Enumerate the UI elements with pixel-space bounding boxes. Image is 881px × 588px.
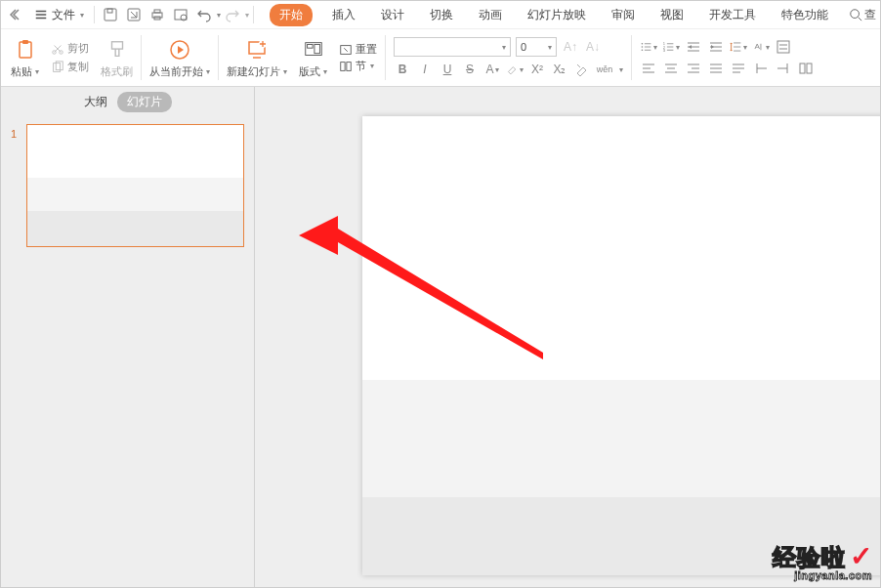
chevron-down-icon: ▾	[283, 67, 287, 76]
tab-transition[interactable]: 切换	[424, 3, 459, 27]
svg-point-8	[851, 10, 860, 19]
new-slide-button[interactable]: 新建幻灯片▾	[221, 31, 293, 84]
pinyin-button[interactable]: wěn	[596, 61, 613, 78]
decrease-indent-button[interactable]	[685, 38, 702, 56]
open-icon[interactable]	[125, 6, 143, 23]
superscript-button[interactable]: X²	[528, 61, 546, 78]
paste-icon	[13, 37, 38, 63]
align-text-button[interactable]	[775, 38, 792, 56]
slide-panel: 大纲 幻灯片 1	[1, 87, 255, 587]
collapse-icon[interactable]	[8, 6, 25, 23]
tab-devtools[interactable]: 开发工具	[703, 3, 762, 27]
layout-label: 版式	[299, 64, 320, 79]
paste-group[interactable]: 粘贴▾	[5, 31, 45, 84]
file-menu[interactable]: 文件 ▾	[28, 7, 90, 23]
increase-indent-button[interactable]	[707, 38, 725, 56]
bold-button[interactable]: B	[394, 61, 411, 78]
menu-tabs: 开始 插入 设计 切换 动画 幻灯片放映 审阅 视图 开发工具 特色功能	[270, 3, 834, 27]
svg-rect-32	[777, 41, 789, 53]
underline-button[interactable]: U	[439, 61, 456, 78]
slide-thumbnail-1[interactable]: 1	[1, 116, 254, 255]
preview-icon[interactable]	[172, 6, 189, 23]
separator	[385, 35, 386, 80]
decrease-font-icon[interactable]: A↓	[584, 38, 602, 56]
content-area: 大纲 幻灯片 1	[1, 87, 880, 587]
font-color-button[interactable]: A▾	[483, 61, 501, 78]
undo-icon[interactable]	[195, 6, 213, 23]
new-slide-icon	[244, 37, 270, 63]
svg-rect-33	[800, 63, 805, 73]
layout-button[interactable]: 版式▾	[293, 31, 333, 84]
font-family-combo[interactable]: ▾	[394, 37, 511, 57]
reset-button[interactable]: 重置	[339, 42, 377, 57]
svg-rect-1	[107, 9, 112, 13]
align-center-button[interactable]	[662, 60, 680, 77]
svg-text:A: A	[754, 42, 760, 51]
tab-design[interactable]: 设计	[375, 3, 410, 27]
svg-point-26	[642, 46, 644, 48]
tab-special[interactable]: 特色功能	[776, 3, 834, 27]
tab-slideshow[interactable]: 幻灯片放映	[522, 3, 592, 27]
redo-icon[interactable]	[224, 6, 241, 23]
menubar: 文件 ▾ ▾ ▾ 开始 插入 设计 切换 动画 幻灯片放映 审阅 视图 开发工具…	[1, 1, 880, 28]
reset-label: 重置	[356, 42, 377, 57]
indent-left-button[interactable]	[752, 60, 770, 77]
numbering-button[interactable]: 123▾	[662, 38, 680, 56]
chevron-down-icon: ▾	[206, 67, 210, 76]
svg-rect-23	[341, 62, 345, 70]
tab-animation[interactable]: 动画	[473, 3, 508, 27]
tab-review[interactable]: 审阅	[606, 3, 641, 27]
line-spacing-button[interactable]: ▾	[730, 38, 747, 56]
from-current-button[interactable]: 从当前开始▾	[144, 31, 216, 84]
align-right-button[interactable]	[685, 60, 702, 77]
italic-button[interactable]: I	[416, 61, 434, 78]
sidebar-tab-outline[interactable]: 大纲	[84, 94, 107, 110]
indent-right-button[interactable]	[775, 60, 792, 77]
watermark: 经验啦✓ jingyanla.com	[773, 543, 872, 581]
svg-rect-24	[347, 62, 351, 70]
search-area[interactable]: 查	[849, 7, 876, 23]
new-slide-label: 新建幻灯片	[227, 64, 280, 79]
file-label: 文件	[52, 7, 75, 23]
highlight-button[interactable]: ▾	[506, 61, 524, 78]
section-button[interactable]: 节▾	[339, 59, 377, 73]
clear-format-button[interactable]	[573, 61, 591, 78]
svg-rect-21	[314, 44, 319, 53]
svg-text:3: 3	[663, 48, 666, 53]
chevron-down-icon: ▾	[548, 43, 552, 52]
tab-insert[interactable]: 插入	[326, 3, 361, 27]
print-icon[interactable]	[148, 6, 166, 23]
chevron-down-icon: ▾	[323, 67, 327, 76]
search-label: 查	[864, 7, 876, 23]
columns-button[interactable]	[797, 60, 815, 77]
copy-label: 复制	[67, 60, 89, 74]
undo-dropdown[interactable]: ▾	[217, 11, 221, 20]
watermark-main: 经验啦	[773, 546, 846, 569]
slide-number: 1	[11, 124, 21, 247]
strikethrough-button[interactable]: S	[461, 61, 479, 78]
slide-1[interactable]	[362, 116, 880, 575]
align-justify-button[interactable]	[707, 60, 725, 77]
watermark-sub: jingyanla.com	[773, 570, 872, 581]
tab-view[interactable]: 视图	[654, 3, 690, 27]
bullets-button[interactable]: ▾	[640, 38, 657, 56]
slide-canvas[interactable]	[255, 87, 880, 587]
align-left-button[interactable]	[640, 60, 657, 77]
format-painter-button[interactable]: 格式刷	[95, 31, 139, 84]
play-icon	[167, 37, 192, 63]
sidebar-tab-thumbnails[interactable]: 幻灯片	[117, 92, 172, 112]
save-icon[interactable]	[102, 6, 119, 23]
distribute-button[interactable]	[730, 60, 747, 77]
chevron-down-icon[interactable]: ▾	[619, 65, 623, 74]
svg-rect-10	[22, 40, 28, 44]
copy-button[interactable]: 复制	[49, 59, 91, 75]
redo-dropdown[interactable]: ▾	[245, 11, 249, 20]
subscript-button[interactable]: X₂	[551, 61, 568, 78]
tab-start[interactable]: 开始	[270, 4, 313, 26]
cut-button[interactable]: 剪切	[49, 40, 91, 57]
svg-rect-20	[307, 44, 313, 48]
font-size-combo[interactable]: 0▾	[516, 37, 557, 57]
svg-rect-4	[154, 10, 160, 13]
increase-font-icon[interactable]: A↑	[562, 38, 579, 56]
text-direction-button[interactable]: A▾	[752, 38, 770, 56]
